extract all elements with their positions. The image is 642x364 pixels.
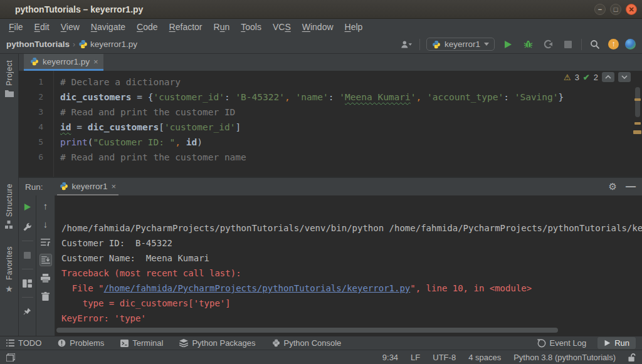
debug-button[interactable] <box>521 38 535 51</box>
text-segment: , <box>285 92 295 102</box>
run-panel-title: Run: <box>25 182 43 192</box>
run-toolbar-outer <box>19 195 36 336</box>
run-play-icon <box>604 340 611 346</box>
run-configuration-select[interactable]: keyerror1 <box>426 38 495 51</box>
console-line-1: /home/fahmida/PycharmProjects/pythonTuto… <box>61 221 642 236</box>
rerun-button[interactable] <box>21 200 34 213</box>
code-line-2[interactable]: dic_customers = {'customer_id': 'B-45322… <box>60 90 642 105</box>
scroll-to-end-button[interactable] <box>39 254 52 266</box>
menu-item-vcs[interactable]: VCS <box>268 21 296 33</box>
problems-tool-button[interactable]: Problems <box>58 338 104 348</box>
tool-stripe-favorites[interactable]: Favorites ★ <box>5 246 14 294</box>
interpreter-indicator[interactable]: Python 3.8 (pythonTutorials) <box>513 353 616 362</box>
next-problem-button[interactable] <box>618 72 631 82</box>
code-line-6[interactable]: # Read and print the customer name <box>60 150 642 165</box>
text-segment: ", line 10, in <module> <box>410 283 532 293</box>
user-profile-icon[interactable] <box>399 38 413 51</box>
event-log-button[interactable]: Event Log <box>537 338 587 348</box>
menu-item-file[interactable]: File <box>4 21 28 33</box>
code-line-5[interactable]: print("Customer ID: ", id) <box>60 135 642 150</box>
text-segment: dic_customers <box>60 92 132 102</box>
code-area[interactable]: # Declare a dictionarydic_customers = {'… <box>54 71 642 177</box>
run-tab-keyerror1[interactable]: keyerror1 × <box>57 178 119 195</box>
encoding-indicator[interactable]: UTF-8 <box>433 353 456 362</box>
terminal-tool-button[interactable]: Terminal <box>120 338 163 348</box>
pin-tab-button[interactable] <box>21 305 34 318</box>
code-with-me-icon[interactable] <box>625 39 636 49</box>
run-coverage-button[interactable] <box>541 38 555 51</box>
navigation-bar: pythonTutorials › keyerror1.py keyerror1 <box>0 35 642 54</box>
menu-item-run[interactable]: Run <box>209 21 235 33</box>
tab-close-icon[interactable]: × <box>93 57 98 66</box>
menu-item-refactor[interactable]: Refactor <box>164 21 208 33</box>
indent-indicator[interactable]: 4 spaces <box>468 353 501 362</box>
hide-panel-icon[interactable]: — <box>626 181 636 192</box>
console-file-link[interactable]: /home/fahmida/PycharmProjects/pythonTuto… <box>103 283 410 293</box>
search-everywhere-icon[interactable] <box>588 38 602 51</box>
menu-item-view[interactable]: View <box>56 21 85 33</box>
down-stacktrace-button[interactable]: ↓ <box>39 217 52 230</box>
warning-icon: ⚠ <box>564 73 571 82</box>
stop-process-button[interactable] <box>21 249 34 261</box>
line-ending-indicator[interactable]: LF <box>411 353 420 362</box>
editor-scrollbar[interactable] <box>635 87 640 117</box>
run-button[interactable] <box>501 38 515 51</box>
text-segment: 'Saving' <box>515 92 559 102</box>
menu-item-tools[interactable]: Tools <box>236 21 266 33</box>
tool-stripe-structure[interactable]: Structure <box>5 184 14 229</box>
close-button[interactable]: ✕ <box>626 4 637 15</box>
console-line-6: type = dic_customers['type'] <box>61 296 642 311</box>
edit-configuration-wrench-icon[interactable] <box>21 221 34 233</box>
menu-item-edit[interactable]: Edit <box>29 21 55 33</box>
tool-stripe-project[interactable]: Project <box>5 60 14 97</box>
run-console-output[interactable]: /home/fahmida/PycharmProjects/pythonTuto… <box>55 195 642 336</box>
restore-layout-button[interactable] <box>21 277 34 289</box>
menu-item-navigate[interactable]: Navigate <box>86 21 130 33</box>
caret-position[interactable]: 9:34 <box>382 353 398 362</box>
ide-update-icon[interactable]: ↑ <box>608 39 619 49</box>
python-console-tool-button[interactable]: Python Console <box>272 338 342 348</box>
menu-item-code[interactable]: Code <box>132 21 162 33</box>
python-icon <box>272 339 280 347</box>
prev-problem-button[interactable] <box>602 72 614 82</box>
console-hscrollbar[interactable] <box>56 328 558 333</box>
maximize-button[interactable]: □ <box>610 4 621 15</box>
print-button[interactable] <box>39 272 52 284</box>
code-line-3[interactable]: # Read and print the customer ID <box>60 105 642 120</box>
console-line-4: Traceback (most recent call last): <box>61 266 642 281</box>
soft-wrap-button[interactable] <box>39 236 52 248</box>
text-segment: ' <box>411 92 416 102</box>
error-stripe[interactable] <box>633 71 642 177</box>
run-tool-button[interactable]: Run <box>597 337 636 349</box>
tool-window-switcher-icon[interactable] <box>6 353 15 361</box>
run-panel-header: Run: keyerror1 × ⚙ — <box>19 177 642 195</box>
run-tab-close-icon[interactable]: × <box>112 182 117 191</box>
menu-item-window[interactable]: Window <box>297 21 339 33</box>
lock-icon[interactable] <box>628 353 636 361</box>
toolbar-divider <box>419 39 420 50</box>
code-editor[interactable]: 123456 # Declare a dictionarydic_custome… <box>19 71 642 177</box>
stop-button[interactable] <box>561 38 575 51</box>
clear-console-trash-icon[interactable] <box>39 290 52 303</box>
breadcrumb-file[interactable]: keyerror1.py <box>90 39 137 49</box>
todo-list-icon <box>6 340 14 346</box>
tool-window-bar: TODO Problems Terminal Python Packages P… <box>0 336 642 350</box>
todo-tool-button[interactable]: TODO <box>6 338 41 348</box>
run-settings-gear-icon[interactable]: ⚙ <box>609 181 617 192</box>
code-line-1[interactable]: # Declare a dictionary <box>60 75 642 90</box>
python-packages-tool-button[interactable]: Python Packages <box>179 338 255 348</box>
toolbar-divider <box>581 39 582 50</box>
editor-tab-keyerror1[interactable]: keyerror1.py × <box>24 54 103 71</box>
minimize-button[interactable]: − <box>594 4 606 15</box>
editor-gutter: 123456 <box>19 71 54 177</box>
star-icon: ★ <box>5 284 13 294</box>
line-number: 3 <box>19 105 53 120</box>
run-panel: ↑ ↓ /home/fahmida/Pych <box>19 195 642 336</box>
up-stacktrace-button[interactable]: ↑ <box>39 199 52 212</box>
text-segment: 'account_type' <box>427 92 503 102</box>
text-segment: ' <box>339 92 345 102</box>
code-line-4[interactable]: id = dic_customers['customer_id'] <box>60 120 642 135</box>
menu-item-help[interactable]: Help <box>340 21 368 33</box>
breadcrumb-project[interactable]: pythonTutorials <box>6 39 70 49</box>
text-segment: ] <box>235 122 241 132</box>
